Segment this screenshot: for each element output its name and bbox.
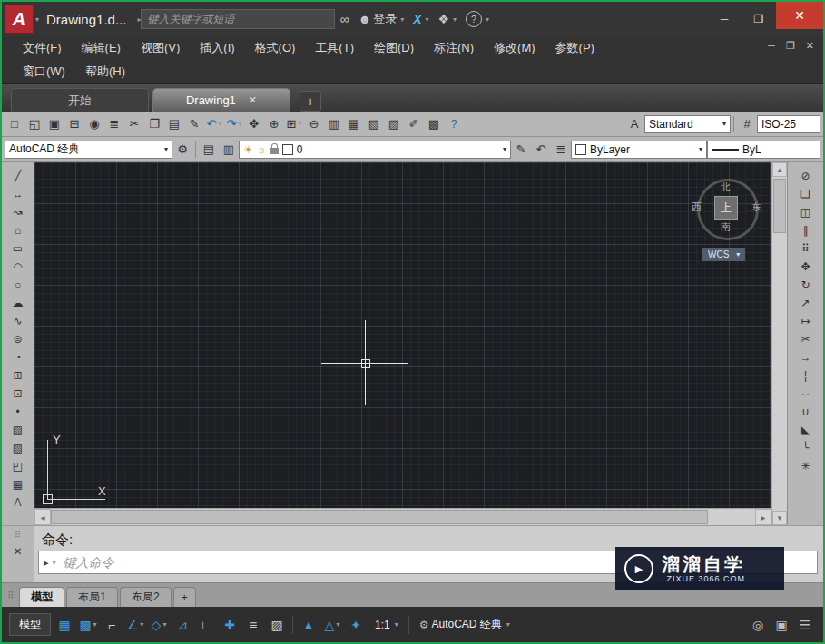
- pan-icon[interactable]: ✥: [244, 114, 264, 133]
- help-menu-button[interactable]: ? ▾: [461, 8, 494, 30]
- layer-properties-icon[interactable]: ▤: [199, 140, 219, 159]
- maximize-button[interactable]: ❐: [742, 7, 776, 31]
- text-style-icon[interactable]: A: [624, 114, 644, 133]
- chamfer-icon[interactable]: ◣: [796, 421, 816, 439]
- region-icon[interactable]: ◰: [8, 457, 28, 475]
- cut-icon[interactable]: ✂: [124, 114, 144, 133]
- dynamic-input-icon[interactable]: ✚: [219, 614, 241, 636]
- menu-item[interactable]: 绘图(D): [364, 37, 424, 59]
- scroll-right-icon[interactable]: ▸: [755, 509, 771, 525]
- zoom-realtime-icon[interactable]: ⊕: [264, 114, 284, 133]
- polar-icon[interactable]: ∠▾: [124, 614, 146, 636]
- rectangle-icon[interactable]: ▭: [8, 239, 28, 258]
- plot-icon[interactable]: ⊟: [64, 114, 84, 133]
- viewcube-south-label[interactable]: 南: [721, 220, 731, 234]
- ellipse-arc-icon[interactable]: ◔: [8, 348, 28, 366]
- new-file-icon[interactable]: □: [5, 114, 25, 133]
- ortho-icon[interactable]: ⌐: [101, 614, 123, 636]
- mdi-restore-icon[interactable]: ❐: [786, 40, 795, 52]
- copy-object-icon[interactable]: ❏: [796, 185, 816, 203]
- stretch-icon[interactable]: ↦: [796, 312, 816, 330]
- new-tab-button[interactable]: +: [300, 91, 321, 112]
- mdi-minimize-icon[interactable]: ─: [768, 40, 775, 52]
- search-icon[interactable]: ∞: [335, 8, 353, 30]
- multiline-text-icon[interactable]: A: [8, 493, 28, 512]
- explode-icon[interactable]: ✳: [796, 457, 816, 475]
- menu-item[interactable]: 参数(P): [545, 37, 604, 59]
- construction-line-icon[interactable]: ↔: [8, 185, 28, 203]
- menu-item[interactable]: 文件(F): [13, 37, 72, 59]
- wcs-dropdown[interactable]: WCS ▾: [702, 248, 745, 261]
- close-button[interactable]: ✕: [776, 2, 823, 29]
- make-block-icon[interactable]: ⊡: [8, 385, 28, 403]
- mdi-close-icon[interactable]: ✕: [806, 40, 814, 52]
- tab-start[interactable]: 开始: [11, 88, 149, 112]
- trim-icon[interactable]: ✂: [796, 330, 816, 348]
- paste-icon[interactable]: ▤: [164, 114, 184, 133]
- zoom-window-icon[interactable]: ⊞▾: [284, 114, 304, 133]
- clean-screen-icon[interactable]: ▣: [771, 614, 792, 636]
- extend-icon[interactable]: →: [796, 348, 816, 366]
- tab-layout2[interactable]: 布局2: [120, 587, 172, 607]
- text-style-combo[interactable]: Standard ▾: [644, 115, 731, 133]
- command-close-icon[interactable]: ✕: [10, 543, 26, 560]
- annotation-visibility-icon[interactable]: ▲: [298, 614, 319, 636]
- undo-icon[interactable]: ↶▾: [204, 114, 224, 133]
- save-icon[interactable]: ▣: [44, 114, 64, 133]
- circle-icon[interactable]: ○: [8, 276, 28, 294]
- arc-icon[interactable]: ◠: [8, 258, 28, 276]
- menu-item[interactable]: 窗口(W): [13, 61, 75, 83]
- workspace-settings-gear-icon[interactable]: ⚙: [172, 140, 192, 159]
- menu-item[interactable]: 工具(T): [305, 37, 364, 59]
- redo-icon[interactable]: ↷▾: [224, 114, 244, 133]
- array-icon[interactable]: ⠿: [796, 239, 816, 258]
- sheet-set-icon[interactable]: ▨: [384, 114, 404, 133]
- menu-item[interactable]: 标注(N): [424, 37, 484, 59]
- model-space-toggle[interactable]: 模型: [9, 613, 51, 636]
- lineweight-icon[interactable]: ≡: [242, 614, 264, 636]
- exchange-apps-button[interactable]: X ▾: [408, 8, 433, 30]
- menu-item[interactable]: 插入(I): [190, 37, 244, 59]
- workspace-switcher[interactable]: ⚙ AutoCAD 经典 ▾: [414, 617, 516, 632]
- quickcalc-icon[interactable]: ▩: [424, 114, 444, 133]
- polyline-icon[interactable]: ↝: [8, 203, 28, 221]
- viewcube-west-label[interactable]: 西: [692, 200, 702, 214]
- help-icon[interactable]: ?: [444, 114, 464, 133]
- revision-cloud-icon[interactable]: ☁: [8, 294, 28, 312]
- layer-combo[interactable]: ☀ ☼ 0 ▾: [239, 141, 511, 159]
- app-menu-caret-icon[interactable]: ▾: [35, 15, 39, 24]
- match-properties-icon[interactable]: ✎: [184, 114, 204, 133]
- linetype-combo[interactable]: ByL: [707, 141, 820, 159]
- autocad-logo-icon[interactable]: A: [5, 5, 34, 34]
- transparency-icon[interactable]: ▨: [266, 614, 288, 636]
- mirror-icon[interactable]: ◫: [796, 203, 816, 221]
- viewcube[interactable]: 北 南 西 东 上 WCS ▾: [695, 164, 768, 266]
- annotation-monitor-icon[interactable]: ◎: [747, 614, 769, 636]
- workspace-combo[interactable]: AutoCAD 经典 ▾: [5, 141, 172, 159]
- scale-icon[interactable]: ↗: [796, 294, 816, 312]
- viewcube-east-label[interactable]: 东: [751, 200, 761, 214]
- scroll-up-icon[interactable]: ▴: [772, 162, 787, 177]
- signin-button[interactable]: ☻ 登录 ▾: [353, 8, 408, 30]
- viewcube-top-face[interactable]: 上: [714, 196, 738, 220]
- table-icon[interactable]: ▦: [8, 475, 28, 493]
- properties-icon[interactable]: ▥: [324, 114, 344, 133]
- publish-icon[interactable]: ≣: [104, 114, 124, 133]
- color-combo[interactable]: ByLayer ▾: [571, 141, 707, 159]
- plot-preview-icon[interactable]: ◉: [84, 114, 104, 133]
- dim-style-combo[interactable]: ISO-25: [757, 115, 820, 133]
- fillet-icon[interactable]: ╰: [796, 439, 816, 457]
- vertical-scrollbar[interactable]: ▴ ▾: [771, 162, 787, 525]
- tab-model[interactable]: 模型: [19, 587, 64, 607]
- make-object-layer-current-icon[interactable]: ✎: [511, 140, 531, 159]
- scroll-left-icon[interactable]: ◂: [34, 509, 51, 525]
- offset-icon[interactable]: ∥: [796, 221, 816, 239]
- snap-icon[interactable]: ▩▾: [77, 614, 99, 636]
- horizontal-scroll-track[interactable]: [51, 509, 755, 525]
- menu-item[interactable]: 格式(O): [245, 37, 306, 59]
- vertical-scroll-thumb[interactable]: [773, 179, 786, 233]
- insert-block-icon[interactable]: ⊞: [8, 366, 28, 385]
- help-search-input[interactable]: [141, 9, 335, 29]
- otrack-icon[interactable]: ⊿: [172, 614, 193, 636]
- layer-on-icon[interactable]: ☀: [243, 143, 253, 156]
